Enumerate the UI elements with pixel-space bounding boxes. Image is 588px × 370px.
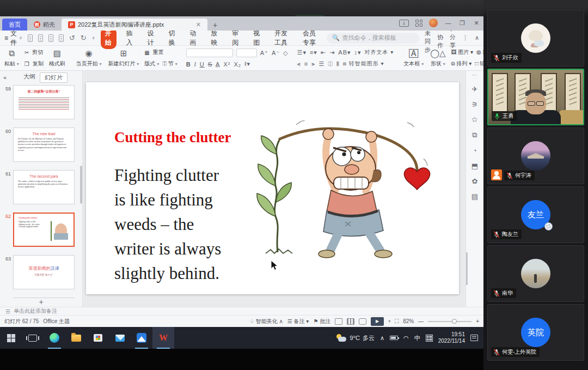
print-preview-icon[interactable] — [59, 34, 64, 42]
zoom-knob[interactable] — [452, 319, 457, 324]
meeting-app-icon[interactable] — [131, 327, 152, 349]
resource-rocket-icon[interactable]: ✈ — [472, 85, 478, 93]
font-color-button[interactable]: A̲ — [216, 61, 220, 68]
new-tab-button[interactable]: + — [213, 21, 217, 31]
bold-button[interactable]: B — [186, 61, 191, 68]
search-box[interactable]: 🔍 查找命令，搜索模板 — [327, 33, 419, 44]
participant-tile-wangyong[interactable]: 王勇 — [487, 69, 584, 125]
format-painter-button[interactable]: ▨ 格式刷 — [48, 47, 66, 69]
redo-icon[interactable]: ↻ — [81, 34, 87, 42]
italic-button[interactable]: I — [194, 61, 197, 68]
zoom-level[interactable]: 82% — [403, 318, 414, 324]
thumbnail-61[interactable]: 61 The second para The notice, which is … — [0, 170, 82, 204]
participant-tile-heyutao[interactable]: 何宇涛 — [487, 128, 584, 184]
tab-docer[interactable]: 稻 稻壳 — [27, 19, 62, 31]
print-icon[interactable] — [48, 34, 53, 42]
tools-scrollbar[interactable] — [466, 252, 468, 285]
notes-bar[interactable]: ☰ 单击此处添加备注 — [0, 307, 483, 315]
participant-tile-hewen[interactable]: 英院 何雯-上外英院 — [487, 304, 584, 361]
reference-book-icon[interactable]: ▤ — [471, 192, 478, 201]
slide-library-icon[interactable]: ⧉ — [472, 131, 477, 139]
restore-button[interactable]: ❐ — [458, 20, 466, 27]
thumbnail-62-selected[interactable]: 62 Cutting the clutter Fighting clutter … — [0, 213, 82, 247]
notes-toggle[interactable]: ☰ 备注 ▾ — [287, 318, 309, 325]
zoom-slider[interactable] — [428, 321, 471, 322]
more-tools-icon[interactable]: ⋯ — [472, 72, 478, 78]
export-icon[interactable] — [38, 34, 43, 42]
sorter-view-icon[interactable] — [347, 318, 354, 325]
shape-button[interactable]: ◯△ 形状 ▾ — [429, 47, 446, 69]
weed-pulling-cartoon[interactable] — [244, 120, 440, 259]
start-button[interactable] — [0, 327, 22, 349]
paste-button[interactable]: ⧉ 粘贴 ▾ — [3, 47, 20, 69]
number-list-button[interactable]: ≡▾ — [310, 49, 317, 56]
section-button[interactable]: ⎅ 节 ▾ — [162, 60, 177, 68]
store-icon[interactable] — [87, 327, 109, 349]
zoom-out-button[interactable]: — — [418, 318, 424, 324]
picture-button[interactable]: 🖼 图片 ▾ — [451, 48, 473, 56]
save-icon[interactable] — [28, 34, 33, 42]
account-avatar[interactable] — [429, 19, 438, 27]
tab-outline[interactable]: 大纲 — [23, 72, 35, 83]
quickbar-chevron-icon[interactable]: ∨ — [92, 35, 95, 40]
theme-name[interactable]: Office 主题 — [43, 318, 70, 325]
hidden-icons-chevron[interactable]: ∧ — [380, 335, 384, 342]
thumbnail-60[interactable]: 60 The new lead On October 10, the Minis… — [0, 128, 82, 162]
chart-tool-icon[interactable]: ⬒ — [471, 162, 478, 170]
comments-toggle[interactable]: ⚑ 批注 — [313, 318, 330, 325]
tab-document[interactable]: P 2022复旦英语新闻编译讲座.pptx ✕ — [62, 19, 207, 31]
strike-button[interactable]: S — [208, 61, 212, 68]
highlight-button[interactable]: ℓ▾ — [244, 60, 250, 68]
slide-canvas[interactable]: Cutting the clutter Fighting clutter is … — [83, 71, 465, 307]
outline-button[interactable]: □ 轮廓 ▾ — [475, 60, 483, 68]
decrease-font-icon[interactable]: A⁻ — [272, 50, 280, 57]
underline-button[interactable]: U — [200, 61, 205, 68]
zoom-in-button[interactable]: + — [476, 318, 479, 324]
add-slide-button[interactable]: + — [0, 298, 82, 307]
workspace-grid-icon[interactable] — [415, 20, 422, 27]
reset-button[interactable]: 重置 — [153, 48, 164, 56]
columns-icon[interactable]: ⫴ — [336, 60, 340, 68]
tab-slides[interactable]: 幻灯片 — [40, 72, 68, 83]
participant-tile-liuzixin[interactable]: 刘子欣 — [487, 10, 584, 66]
superscript-button[interactable]: X² — [223, 61, 230, 68]
cut-button[interactable]: ✂ 剪切 — [24, 48, 44, 56]
font-size-select[interactable] — [236, 48, 257, 57]
play-from-page-button[interactable]: ◉ 当页开始 ▾ — [75, 47, 103, 69]
layout-button[interactable]: 版式 ▾ — [144, 60, 159, 68]
touch-keyboard-icon[interactable] — [426, 335, 433, 342]
reading-view-icon[interactable] — [359, 318, 366, 325]
textbox-button[interactable]: 🄰 文本框 ▾ — [402, 47, 425, 69]
increase-font-icon[interactable]: A⁺ — [260, 50, 268, 57]
file-menu[interactable]: ≡ 文件 ∨ — [4, 29, 22, 47]
indent-button[interactable]: ⇥ — [329, 49, 335, 56]
wifi-icon[interactable]: ◠ — [403, 335, 409, 342]
wps-app-icon[interactable]: W — [152, 327, 174, 349]
battery-icon[interactable] — [390, 336, 398, 340]
settings-gear-icon[interactable]: ✿ — [472, 177, 478, 185]
collapse-ribbon-icon[interactable]: ∧ — [475, 34, 479, 41]
smart-design-icon[interactable]: ✩ — [472, 116, 478, 124]
slide-body-text[interactable]: Fighting clutter is like fighting weeds … — [114, 163, 221, 286]
clear-format-icon[interactable]: ◇ — [283, 50, 288, 57]
text-direction-button[interactable]: AB▾ — [338, 49, 351, 56]
thumbnail-59[interactable]: 59 第二段解释“证照分离” — [0, 85, 82, 119]
single-page-view-icon[interactable]: 1 — [399, 20, 409, 27]
file-explorer-icon[interactable] — [65, 327, 87, 349]
participant-tile-taoyoulan[interactable]: 友兰 陶友兰 — [487, 186, 584, 243]
ime-indicator[interactable]: 中 — [414, 334, 420, 342]
undo-icon[interactable]: ↺ — [69, 34, 75, 42]
tab-close-icon[interactable]: ✕ — [196, 21, 201, 28]
smart-graphic-button[interactable]: ⧈ 转智能图形 ▾ — [343, 60, 384, 68]
taskbar-clock[interactable]: 19:51 2022/11/14 — [438, 331, 465, 344]
reset-slide-icon[interactable]: ▦ — [144, 50, 149, 56]
align-text-button[interactable]: 对齐文本 ▾ — [365, 48, 394, 56]
history-clock-icon[interactable]: ◔ — [473, 147, 477, 155]
font-name-select[interactable] — [186, 48, 233, 57]
new-slide-button[interactable]: ⊞ 新建幻灯片 ▾ — [107, 47, 140, 69]
task-view-button[interactable] — [22, 327, 44, 349]
properties-sliders-icon[interactable]: ⚞ — [471, 100, 478, 108]
weather-widget[interactable]: 9°C 多云 — [336, 334, 375, 342]
collapse-panel-icon[interactable]: « — [3, 74, 7, 81]
justify-icon[interactable]: ☰ — [318, 60, 324, 68]
